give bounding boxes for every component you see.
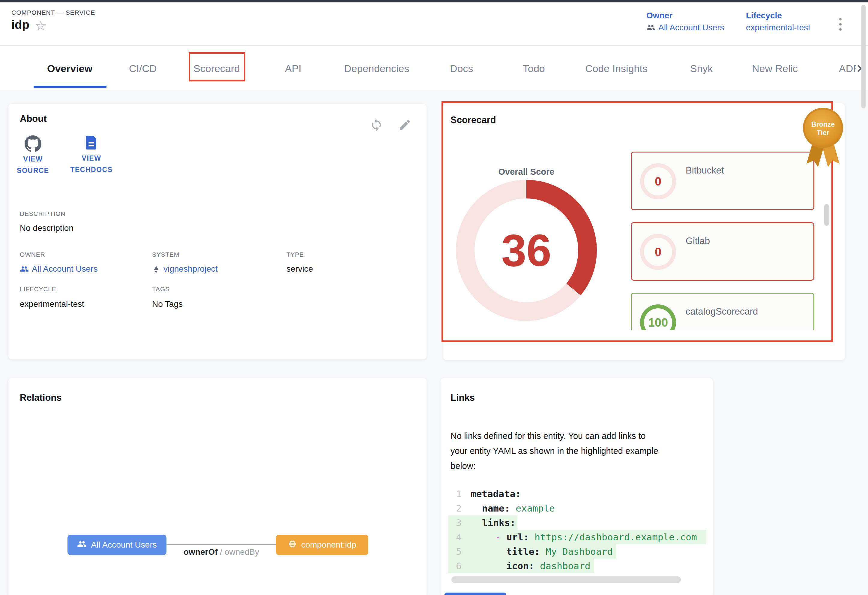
tab-dependencies[interactable]: Dependencies [344, 63, 409, 74]
techdocs-document-icon [83, 147, 100, 152]
lifecycle-field-value: experimental-test [20, 299, 84, 309]
people-icon [77, 539, 87, 551]
bronze-tier-badge: Bronze Tier [802, 105, 844, 170]
scorecard-item-catalogscorecard[interactable]: 100 catalogScorecard [631, 293, 814, 330]
about-card: About VIEW SOURCE VIEW TECHDOCS DESCRIPT… [8, 104, 427, 359]
scorecard-item-gitlab[interactable]: 0 Gitlab [631, 222, 814, 281]
overall-score-value: 36 [474, 198, 578, 302]
scorecard-card: Scorecard Overall Score 36 0 Bitbucket 0… [443, 103, 844, 360]
owner-field-label: OWNER [20, 251, 45, 258]
overall-score-gauge: 36 [456, 180, 597, 321]
system-field-value: vigneshproject [164, 264, 218, 274]
type-field-value: service [286, 264, 313, 274]
system-icon [152, 265, 161, 273]
tab-api[interactable]: API [285, 63, 301, 74]
scorecard-item-label: Gitlab [686, 236, 710, 246]
people-icon [647, 23, 655, 32]
view-source-link[interactable]: VIEW SOURCE [10, 135, 56, 176]
favorite-star-icon[interactable]: ☆ [35, 19, 46, 33]
relation-node-component[interactable]: component:idp [276, 535, 368, 555]
lifecycle-label: Lifecycle [746, 11, 810, 21]
code-line: 1metadata: [449, 487, 706, 501]
code-line-highlighted: 4-url:https://dashboard.example.com [449, 530, 706, 544]
relation-node-owner[interactable]: All Account Users [68, 535, 167, 555]
description-value: No description [20, 223, 74, 233]
page-scrollbar[interactable] [861, 5, 866, 108]
relation-edge-label: ownerOf / ownedBy [176, 547, 266, 557]
owner-field-link[interactable]: All Account Users [20, 264, 97, 274]
scorecard-item-list: 0 Bitbucket 0 Gitlab 100 catalogScorecar… [631, 152, 814, 330]
page-title: idp [12, 18, 30, 31]
tab-todo[interactable]: Todo [523, 63, 545, 74]
entity-page: COMPONENT — SERVICE idp ☆ Owner All Acco… [0, 0, 868, 595]
entity-header: COMPONENT — SERVICE idp ☆ Owner All Acco… [0, 2, 868, 46]
view-source-label: VIEW SOURCE [10, 153, 56, 176]
owner-value: All Account Users [658, 23, 724, 33]
score-value: 0 [640, 234, 676, 270]
tab-docs[interactable]: Docs [450, 63, 473, 74]
system-field-link[interactable]: vigneshproject [152, 264, 218, 274]
tab-code-insights[interactable]: Code Insights [585, 63, 648, 74]
tags-field-value: No Tags [152, 299, 183, 309]
about-card-title: About [20, 114, 47, 124]
lifecycle-value: experimental-test [746, 23, 810, 33]
tab-scorecard[interactable]: Scorecard [193, 63, 240, 74]
links-card: Links No links defined for this entity. … [441, 378, 713, 595]
entity-tabs: Overview CI/CD Scorecard API Dependencie… [0, 46, 868, 90]
relation-node-label: All Account Users [91, 540, 156, 550]
scorecard-item-label: catalogScorecard [686, 306, 758, 317]
tags-field-label: TAGS [152, 286, 170, 293]
relations-card: Relations All Account Users component:id… [8, 378, 427, 595]
yaml-code-example: 1metadata: 2name:example 3links: 4-url:h… [449, 487, 706, 573]
scorecard-list-scrollbar[interactable] [824, 204, 829, 226]
system-field-label: SYSTEM [152, 251, 179, 258]
code-line: 2name:example [449, 501, 706, 515]
owner-field-value: All Account Users [32, 264, 97, 274]
tab-cicd[interactable]: CI/CD [129, 63, 157, 74]
view-techdocs-label: VIEW TECHDOCS [65, 152, 118, 175]
active-tab-indicator [34, 86, 106, 88]
tab-overview[interactable]: Overview [47, 63, 92, 74]
lifecycle-field-label: LIFECYCLE [20, 286, 56, 293]
header-lifecycle: Lifecycle experimental-test [746, 11, 810, 33]
edit-pencil-icon[interactable] [398, 118, 412, 133]
score-ring: 100 [640, 304, 676, 330]
overview-content: About VIEW SOURCE VIEW TECHDOCS DESCRIPT… [0, 90, 868, 595]
relation-node-label: component:idp [301, 540, 356, 550]
code-line-highlighted: 5title:My Dashboard [449, 544, 616, 559]
people-icon [20, 265, 29, 274]
score-ring: 0 [640, 234, 676, 270]
top-navigation-strip [0, 0, 868, 2]
score-value: 100 [640, 304, 676, 330]
code-line-highlighted: 3links: [449, 515, 517, 530]
view-techdocs-link[interactable]: VIEW TECHDOCS [65, 134, 118, 175]
owner-label: Owner [647, 11, 724, 21]
breadcrumb: COMPONENT — SERVICE [12, 9, 95, 16]
description-label: DESCRIPTION [20, 210, 65, 218]
code-horizontal-scrollbar[interactable] [452, 576, 681, 583]
code-line-highlighted: 6icon:dashboard [449, 559, 594, 573]
refresh-icon[interactable] [370, 118, 383, 133]
github-icon [25, 148, 41, 153]
score-value: 0 [640, 163, 676, 199]
tier-badge-line2: Tier [817, 129, 829, 136]
links-empty-message: No links defined for this entity. You ca… [450, 428, 704, 474]
tier-badge-line1: Bronze [811, 120, 835, 128]
overall-score-label: Overall Score [481, 167, 571, 177]
header-owner: Owner All Account Users [647, 11, 724, 33]
links-card-title: Links [450, 392, 475, 403]
tab-snyk[interactable]: Snyk [690, 63, 713, 74]
scorecard-card-title: Scorecard [450, 115, 496, 126]
relation-edge-line [167, 544, 276, 545]
relations-card-title: Relations [20, 392, 62, 403]
scorecard-item-bitbucket[interactable]: 0 Bitbucket [631, 152, 814, 210]
tab-new-relic[interactable]: New Relic [752, 63, 798, 74]
links-card-action-button[interactable] [444, 593, 506, 595]
score-ring: 0 [640, 163, 676, 199]
more-options-kebab-icon[interactable] [837, 16, 844, 33]
type-field-label: TYPE [286, 251, 304, 258]
scorecard-item-label: Bitbucket [686, 165, 724, 176]
owner-link[interactable]: All Account Users [647, 23, 724, 33]
chip-icon [288, 539, 297, 551]
